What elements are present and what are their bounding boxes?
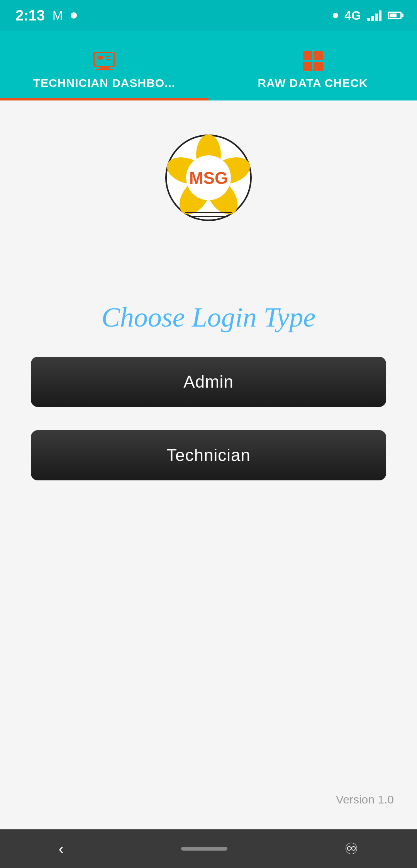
svg-rect-0 bbox=[94, 53, 114, 66]
svg-rect-6 bbox=[303, 51, 312, 60]
dashboard-tab-icon bbox=[93, 49, 116, 73]
tab-raw-data-check-label: RAW DATA CHECK bbox=[258, 77, 368, 90]
status-left: 2:13 M bbox=[15, 7, 77, 24]
svg-text:MSG: MSG bbox=[189, 168, 228, 187]
raw-data-tab-icon bbox=[301, 49, 324, 73]
msg-logo-svg: MSG bbox=[162, 131, 255, 224]
tab-technician-dashboard-label: TECHNICIAN DASHBO... bbox=[33, 77, 175, 90]
status-bar: 2:13 M 4G bbox=[0, 0, 417, 31]
tab-technician-dashboard[interactable]: TECHNICIAN DASHBO... bbox=[0, 31, 208, 100]
back-button[interactable]: ‹ bbox=[59, 840, 64, 858]
gmail-icon: M bbox=[53, 9, 63, 23]
bottom-nav-bar: ‹ ♾ bbox=[0, 829, 417, 868]
battery-icon bbox=[388, 12, 402, 19]
accessibility-button[interactable]: ♾ bbox=[344, 840, 358, 858]
app-logo: MSG bbox=[162, 131, 255, 224]
admin-login-button[interactable]: Admin bbox=[31, 357, 386, 407]
choose-login-title: Choose Login Type bbox=[102, 301, 316, 334]
home-button[interactable] bbox=[181, 847, 227, 851]
technician-login-button[interactable]: Technician bbox=[31, 430, 386, 480]
tab-bar: TECHNICIAN DASHBO... RAW DATA CHECK bbox=[0, 31, 417, 100]
svg-rect-7 bbox=[314, 51, 323, 60]
tab-raw-data-check[interactable]: RAW DATA CHECK bbox=[208, 31, 417, 100]
status-right: 4G bbox=[333, 9, 402, 23]
status-time: 2:13 bbox=[15, 7, 45, 24]
svg-rect-9 bbox=[314, 62, 323, 71]
version-label: Version 1.0 bbox=[336, 793, 394, 806]
main-content: MSG Choose Login Type Admin Technician V… bbox=[0, 100, 417, 829]
svg-rect-8 bbox=[303, 62, 312, 71]
svg-rect-3 bbox=[98, 56, 103, 60]
login-buttons-container: Admin Technician bbox=[31, 357, 386, 480]
svg-rect-4 bbox=[106, 56, 110, 57]
svg-rect-5 bbox=[106, 59, 110, 60]
signal-strength-icon bbox=[367, 10, 381, 21]
signal-dot bbox=[333, 13, 338, 18]
notification-dot bbox=[71, 12, 77, 19]
network-type: 4G bbox=[344, 9, 361, 23]
